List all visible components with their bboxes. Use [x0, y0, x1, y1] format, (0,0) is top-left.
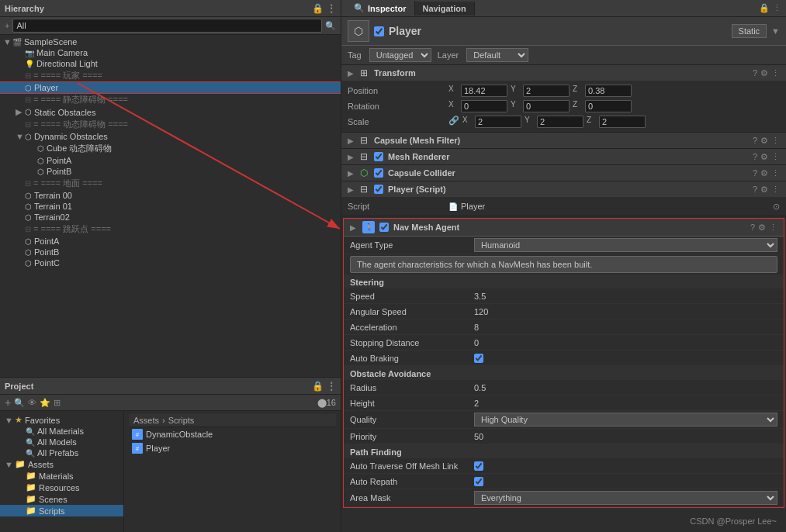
tree-item-terrain01[interactable]: ⬡ Terrain 01 [0, 201, 341, 212]
project-star-icon[interactable]: ⭐ [40, 398, 50, 408]
tree-item-directional-light[interactable]: 💡 Directional Light [0, 58, 341, 69]
tree-item-terrain02[interactable]: ⬡ Terrain02 [0, 212, 341, 223]
tree-item-static-obstacles[interactable]: ▶ ⬡ Static Obstacles [0, 106, 341, 118]
scale-x-input[interactable] [475, 116, 521, 128]
tab-navigation[interactable]: Navigation [415, 2, 475, 16]
player-script-header[interactable]: ▶ ⊟ Player (Script) ? ⚙ ⋮ [341, 181, 786, 197]
auto-braking-checkbox[interactable] [474, 354, 483, 363]
capsule-collider-checkbox[interactable] [374, 168, 383, 178]
layer-select[interactable]: Default [466, 48, 528, 62]
tree-item-point-a2[interactable]: ⬡ PointA [0, 236, 341, 247]
project-eye-icon[interactable]: 👁 [28, 398, 36, 407]
player-script-checkbox[interactable] [374, 185, 383, 194]
tree-item-dynamic-obstacles[interactable]: ▼ ⬡ Dynamic Obstacles [0, 131, 341, 142]
position-y-input[interactable] [523, 85, 570, 97]
auto-repath-checkbox[interactable] [474, 477, 483, 486]
rotation-x-input[interactable] [461, 100, 507, 112]
player-script-more-icon[interactable]: ⋮ [771, 185, 780, 195]
nav-mesh-more-icon[interactable]: ⋮ [769, 223, 777, 233]
scale-y-input[interactable] [537, 116, 583, 128]
tree-item-sample-scene[interactable]: ▼ 🎬 SampleScene [0, 36, 341, 47]
tree-item-cube-obstacle[interactable]: ⬡ Cube 动态障碍物 [0, 142, 341, 155]
inspector-content: ▶ ⊞ Transform ? ⚙ ⋮ Position X [341, 65, 786, 532]
tree-item-point-c[interactable]: ⬡ PointC [0, 257, 341, 268]
mesh-renderer-header[interactable]: ▶ ⊟ Mesh Renderer ? ⚙ ⋮ [341, 149, 786, 164]
project-header: Project 🔒 ⋮ [0, 378, 341, 395]
auto-traverse-checkbox[interactable] [474, 461, 483, 471]
component-nav-mesh-agent: ▶ 🚶 Nav Mesh Agent ? ⚙ ⋮ Agent Type [343, 218, 784, 508]
transform-more-icon[interactable]: ⋮ [771, 68, 780, 78]
player-script-help-icon[interactable]: ? [753, 185, 757, 195]
proj-item-materials[interactable]: 📁 Materials [0, 470, 123, 482]
rotation-z-input[interactable] [585, 100, 632, 112]
proj-item-assets[interactable]: ▼ 📁 Assets [0, 458, 123, 470]
mesh-renderer-checkbox[interactable] [374, 152, 383, 161]
tree-item-terrain00[interactable]: ⬡ Terrain 00 [0, 190, 341, 201]
hierarchy-more-icon[interactable]: ⋮ [327, 3, 336, 14]
project-grid-icon[interactable]: ⊞ [54, 398, 61, 408]
file-dynamic-obstacle[interactable]: # DynamicObstacle [129, 427, 336, 441]
component-player-script: ▶ ⊟ Player (Script) ? ⚙ ⋮ Script 📄 [341, 181, 786, 216]
nav-mesh-agent-header[interactable]: ▶ 🚶 Nav Mesh Agent ? ⚙ ⋮ [344, 219, 784, 237]
nav-mesh-checkbox[interactable] [379, 223, 389, 232]
capsule-collider-header[interactable]: ▶ ⬡ Capsule Collider ? ⚙ ⋮ [341, 165, 786, 181]
inspector-lock-icon[interactable]: 🔒 [759, 3, 770, 13]
component-transform-header[interactable]: ▶ ⊞ Transform ? ⚙ ⋮ [341, 65, 786, 81]
proj-item-all-prefabs[interactable]: 🔍 All Prefabs [0, 447, 123, 458]
hierarchy-lock-icon[interactable]: 🔒 [312, 3, 324, 14]
object-active-checkbox[interactable] [374, 26, 384, 36]
player-script-settings-icon[interactable]: ⚙ [760, 185, 768, 195]
tag-select[interactable]: Untagged [369, 48, 431, 62]
position-x-input[interactable] [461, 85, 507, 97]
tree-item-main-camera[interactable]: 📷 Main Camera [0, 47, 341, 58]
position-z-input[interactable] [585, 85, 632, 97]
nav-mesh-icon: 🚶 [362, 221, 375, 233]
capsule-mf-settings-icon[interactable]: ⚙ [760, 136, 768, 146]
capsule-mesh-filter-header[interactable]: ▶ ⊟ Capsule (Mesh Filter) ? ⚙ ⋮ [341, 133, 786, 148]
project-search-icon[interactable]: 🔍 [14, 398, 25, 408]
tree-item-player[interactable]: ⬡ Player [0, 82, 341, 93]
quality-select[interactable]: High Quality [474, 413, 777, 427]
proj-item-scenes[interactable]: 📁 Scenes [0, 493, 123, 505]
rotation-y-input[interactable] [523, 100, 570, 112]
proj-item-favorites[interactable]: ▼ ★ Favorites [0, 414, 123, 426]
proj-item-all-materials[interactable]: 🔍 All Materials [0, 426, 123, 437]
script-target-icon[interactable]: ⊙ [773, 202, 780, 212]
capsule-collider-help-icon[interactable]: ? [753, 168, 757, 178]
project-count: ⬤16 [317, 398, 336, 408]
mesh-renderer-more-icon[interactable]: ⋮ [771, 152, 780, 162]
file-player[interactable]: # Player [129, 441, 336, 455]
tab-inspector[interactable]: 🔍 Inspector [346, 1, 415, 16]
static-button[interactable]: Static [732, 24, 767, 38]
agent-type-select[interactable]: Humanoid [474, 238, 777, 252]
hierarchy-search-input[interactable] [12, 19, 322, 33]
capsule-collider-settings-icon[interactable]: ⚙ [760, 168, 768, 178]
proj-item-all-models[interactable]: 🔍 All Models [0, 437, 123, 447]
scale-z-input[interactable] [599, 116, 646, 128]
capsule-collider-more-icon[interactable]: ⋮ [771, 168, 780, 178]
capsule-mf-help-icon[interactable]: ? [753, 136, 757, 146]
tree-item-point-b1[interactable]: ⬡ PointB [0, 166, 341, 177]
project-add-button[interactable]: + [5, 396, 11, 409]
component-capsule-collider: ▶ ⬡ Capsule Collider ? ⚙ ⋮ [341, 165, 786, 181]
tree-divider-jump: ⊟ = ==== 跳跃点 ==== [0, 223, 341, 236]
add-hierarchy-button[interactable]: + [5, 21, 9, 30]
mesh-renderer-settings-icon[interactable]: ⚙ [760, 152, 768, 162]
project-lock-icon[interactable]: 🔒 [312, 381, 324, 392]
tree-item-point-b2[interactable]: ⬡ PointB [0, 247, 341, 257]
capsule-mf-more-icon[interactable]: ⋮ [771, 136, 780, 146]
transform-help-icon[interactable]: ? [753, 68, 757, 78]
project-more-icon[interactable]: ⋮ [327, 381, 336, 392]
proj-item-scripts[interactable]: 📁 Scripts [0, 505, 123, 516]
inspector-more-icon[interactable]: ⋮ [773, 3, 781, 13]
mesh-renderer-help-icon[interactable]: ? [753, 152, 757, 162]
nav-mesh-help-icon[interactable]: ? [750, 223, 755, 233]
proj-item-resources[interactable]: 📁 Resources [0, 482, 123, 493]
tree-item-point-a1[interactable]: ⬡ PointA [0, 155, 341, 166]
area-mask-select[interactable]: Everything [474, 491, 777, 505]
nav-mesh-settings-icon[interactable]: ⚙ [758, 223, 766, 233]
stopping-distance-row: Stopping Distance 0 [344, 335, 784, 351]
transform-settings-icon[interactable]: ⚙ [760, 68, 768, 78]
static-dropdown-icon[interactable]: ▼ [771, 26, 780, 36]
hierarchy-header: Hierarchy 🔒 ⋮ [0, 0, 341, 17]
